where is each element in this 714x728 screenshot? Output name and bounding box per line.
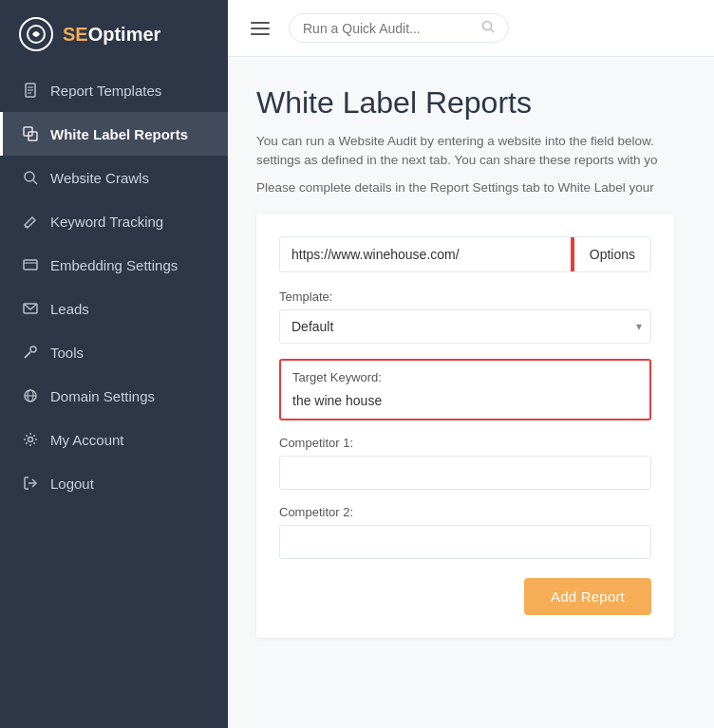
sidebar-item-keyword-tracking[interactable]: Keyword Tracking: [0, 199, 228, 243]
sidebar-item-embedding-settings[interactable]: Embedding Settings: [0, 243, 228, 287]
content-area: White Label Reports You can run a Websit…: [228, 57, 714, 728]
page-note: Please complete details in the Report Se…: [256, 180, 686, 195]
add-report-button[interactable]: Add Report: [524, 578, 651, 615]
sidebar-label-my-account: My Account: [50, 432, 124, 448]
embed-icon: [22, 256, 39, 273]
sidebar-label-embedding-settings: Embedding Settings: [50, 257, 178, 273]
page-title: White Label Reports: [256, 85, 686, 121]
logo-text: SEOptimer: [63, 24, 160, 46]
edit-icon: [22, 213, 39, 230]
mail-icon: [22, 300, 39, 317]
sidebar-item-domain-settings[interactable]: Domain Settings: [0, 374, 228, 418]
tools-icon: [22, 344, 39, 361]
hamburger-line-1: [251, 22, 270, 24]
search-input[interactable]: [303, 21, 474, 36]
sidebar: SEOptimer Report Templates White L: [0, 0, 228, 728]
sidebar-item-report-templates[interactable]: Report Templates: [0, 68, 228, 112]
hamburger-button[interactable]: [247, 18, 273, 39]
template-field-group: Template: Default Custom 1 Custom 2 ▾: [279, 289, 651, 344]
logout-icon: [22, 475, 39, 492]
logo: SEOptimer: [0, 0, 228, 68]
template-select-wrap: Default Custom 1 Custom 2 ▾: [279, 309, 651, 344]
svg-point-7: [25, 172, 34, 181]
svg-point-18: [28, 438, 33, 442]
sidebar-label-leads: Leads: [50, 301, 89, 317]
sidebar-item-logout[interactable]: Logout: [0, 461, 228, 505]
sidebar-item-tools[interactable]: Tools: [0, 330, 228, 374]
logo-icon: [19, 17, 53, 51]
svg-line-13: [25, 352, 30, 358]
competitor1-label: Competitor 1:: [279, 436, 651, 450]
page-description: You can run a Website Audit by entering …: [256, 132, 686, 171]
sidebar-item-website-crawls[interactable]: Website Crawls: [0, 156, 228, 199]
target-keyword-input[interactable]: [292, 393, 638, 408]
sidebar-label-report-templates: Report Templates: [50, 83, 161, 99]
sidebar-label-logout: Logout: [50, 476, 94, 492]
url-input[interactable]: [280, 237, 573, 271]
svg-rect-10: [24, 260, 37, 270]
template-label: Template:: [279, 289, 651, 304]
sidebar-item-white-label-reports[interactable]: White Label Reports: [0, 112, 228, 156]
topbar: [228, 0, 714, 57]
url-row: Options: [279, 236, 651, 272]
sidebar-item-leads[interactable]: Leads: [0, 287, 228, 330]
hamburger-line-2: [251, 28, 270, 29]
competitor2-input[interactable]: [279, 525, 651, 559]
sidebar-label-tools: Tools: [50, 345, 84, 361]
tag-icon: [22, 125, 39, 142]
target-keyword-group: Target Keyword:: [279, 359, 651, 420]
gear-icon: [22, 431, 39, 448]
svg-point-14: [30, 346, 36, 352]
sidebar-label-domain-settings: Domain Settings: [50, 388, 155, 404]
search-bar: [289, 13, 509, 43]
search-icon: [481, 20, 495, 36]
globe-icon: [22, 387, 39, 404]
sidebar-nav: Report Templates White Label Reports Web…: [0, 68, 228, 728]
sidebar-label-white-label-reports: White Label Reports: [50, 126, 188, 142]
svg-line-8: [33, 180, 37, 184]
add-report-row: Add Report: [279, 578, 651, 615]
sidebar-label-website-crawls: Website Crawls: [50, 170, 149, 186]
hamburger-line-3: [251, 33, 270, 35]
svg-line-21: [491, 29, 495, 33]
target-keyword-label: Target Keyword:: [292, 370, 638, 384]
svg-point-20: [483, 22, 492, 30]
competitor1-field-group: Competitor 1:: [279, 436, 651, 490]
options-button[interactable]: Options: [573, 237, 650, 271]
sidebar-label-keyword-tracking: Keyword Tracking: [50, 214, 163, 230]
form-card: Options Template: Default Custom 1 Custo…: [256, 214, 674, 638]
competitor2-field-group: Competitor 2:: [279, 505, 651, 559]
file-icon: [22, 82, 39, 99]
sidebar-item-my-account[interactable]: My Account: [0, 418, 228, 461]
competitor1-input[interactable]: [279, 456, 651, 490]
main-area: White Label Reports You can run a Websit…: [228, 0, 714, 728]
search-circle-icon: [22, 169, 39, 186]
competitor2-label: Competitor 2:: [279, 505, 651, 519]
template-select[interactable]: Default Custom 1 Custom 2: [279, 309, 651, 344]
